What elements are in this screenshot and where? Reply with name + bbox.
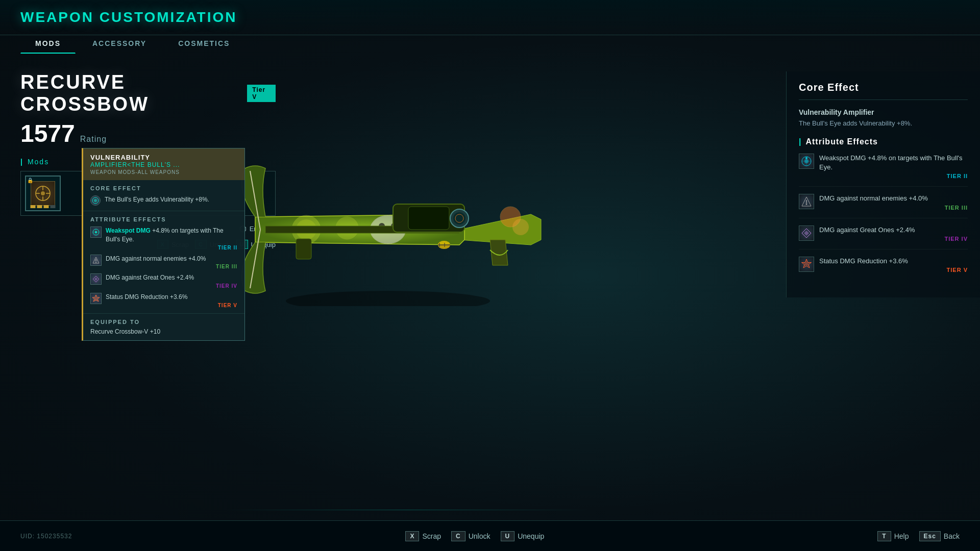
equipped-label: EQUIPPED TO [90,319,237,325]
svg-rect-38 [296,239,311,259]
svg-point-39 [286,291,490,306]
attr-icon-4 [799,257,814,272]
effect-row-2: DMG against normal enemies +4.0% TIER II… [90,255,237,270]
back-button[interactable]: Esc Back [919,531,960,541]
equipped-section: EQUIPPED TO Recurve Crossbow-V +10 [83,314,244,340]
svg-point-15 [95,262,96,263]
help-back: T Help Esc Back [877,531,960,541]
core-effect-section: CORE EFFECT The Bull's Eye adds Vulnerab… [83,180,244,211]
attribute-effects-section: ATTRIBUTE EFFECTS Weakspot DMG +4.8% on … [83,211,244,314]
right-panel: Core Effect Vulnerability Amplifier The … [786,71,980,297]
unlock-button-bottom[interactable]: C Unlock [451,531,490,541]
tier-label-1: TIER II [106,245,237,251]
effect-content-3: DMG against Great Ones +2.4% TIER IV [106,273,237,289]
attr-tier-1: TIER II [819,173,968,179]
tooltip-title-main: VULNERABILITY [90,154,237,161]
attribute-effects-label: ATTRIBUTE EFFECTS [90,216,237,222]
weapon-name-row: RECURVE CROSSBOW Tier V [20,71,276,115]
effect-row-4: Status DMG Reduction +3.6% TIER V [90,293,237,308]
attr-row-1: Weakspot DMG +4.8% on targets with The B… [799,154,968,187]
tooltip-tag: WEAPON MODS-ALL WEAPONS [90,169,237,175]
mod-icon-inner [31,181,55,206]
uid-text: UID: 150235532 [20,533,72,540]
attr-content-1: Weakspot DMG +4.8% on targets with The B… [819,154,968,179]
attr-effects-title: Attribute Effects [799,137,968,146]
effect-content-1: Weakspot DMG +4.8% on targets with The B… [106,227,237,251]
bottom-actions: X Scrap C Unlock U Unequip [405,531,544,541]
attr-icon-3 [799,226,814,241]
help-key: T [877,531,891,541]
page-title: WEAPON CUSTOMIZATION [20,9,960,26]
equipped-weapon: Recurve Crossbow-V +10 [90,328,237,335]
lock-icon: 🔒 [27,178,33,183]
core-effect-label: CORE EFFECT [90,185,237,191]
tier-label-2: TIER III [106,264,237,269]
attr-content-4: Status DMG Reduction +3.6% TIER V [819,257,968,273]
attr-text-1: Weakspot DMG +4.8% on targets with The B… [819,154,968,172]
svg-rect-28 [408,207,449,230]
tab-accessory[interactable]: ACCESSORY [78,35,161,54]
rating-label: Rating [80,135,107,144]
tab-mods[interactable]: MODS [20,35,76,54]
effect-text-1: Weakspot DMG +4.8% on targets with The B… [106,227,237,244]
scrap-label: Scrap [422,532,441,540]
attr-content-3: DMG against Great Ones +2.4% TIER IV [819,226,968,242]
svg-marker-17 [93,296,99,301]
tier-label-3: TIER IV [106,283,237,289]
rating-number: 1577 [20,119,75,147]
mod-icon-box: 🔒 [25,176,61,211]
effect-text-2: DMG against normal enemies +4.0% [106,255,237,263]
core-effect-title: Core Effect [799,82,968,100]
core-effect-desc: The Bull's Eye adds Vulnerability +8%. [799,119,968,127]
tier-label-4: TIER V [106,303,237,308]
tier-badge: Tier V [247,85,276,102]
back-key: Esc [919,531,941,541]
effect-row-1: Weakspot DMG +4.8% on targets with The B… [90,227,237,251]
attr-row-2: DMG against normal enemies +4.0% TIER II… [799,194,968,218]
attr-row-4: Status DMG Reduction +3.6% TIER V [799,257,968,280]
svg-point-44 [805,157,807,159]
effect-row-3: DMG against Great Ones +2.4% TIER IV [90,273,237,289]
effect-icon-3 [90,273,102,285]
svg-point-2 [41,191,45,195]
attr-text-2: DMG against normal enemies +4.0% [819,194,968,203]
core-effect-name: Vulnerability Amplifier [799,108,968,116]
header: WEAPON CUSTOMIZATION [0,0,980,35]
effect-icon-2 [90,255,102,266]
weapon-name: RECURVE CROSSBOW [20,71,240,115]
crossbow-svg [214,128,561,306]
bottom-bar: UID: 150235532 X Scrap C Unlock U Unequi… [0,520,980,551]
svg-point-47 [806,204,807,205]
attr-tier-3: TIER IV [819,236,968,242]
unequip-button-bottom[interactable]: U Unequip [501,531,545,541]
unlock-key: C [451,531,465,541]
attr-icon-1 [799,154,814,169]
weapon-display [214,128,561,306]
svg-point-8 [94,199,97,202]
attr-tier-2: TIER III [819,205,968,211]
tab-cosmetics[interactable]: COSMETICS [163,35,244,54]
tab-bar: MODS ACCESSORY COSMETICS [20,35,244,54]
effect-content-4: Status DMG Reduction +3.6% TIER V [106,293,237,308]
scrap-key: X [405,531,419,541]
attr-tier-4: TIER V [819,267,968,273]
unequip-label: Unequip [518,532,544,540]
effect-icon-4 [90,293,102,304]
unlock-label: Unlock [469,532,491,540]
help-label: Help [894,532,909,540]
teal-line [225,510,592,510]
unequip-key: U [501,531,515,541]
mod-pip-row [31,205,56,208]
tooltip-header: VULNERABILITY AMPLIFIER<THE BULL'S ... W… [83,148,244,180]
attr-text-3: DMG against Great Ones +2.4% [819,226,968,235]
tooltip-title-sub: AMPLIFIER<THE BULL'S ... [90,161,237,168]
attr-text-4: Status DMG Reduction +3.6% [819,257,968,266]
attr-icon-2 [799,194,814,209]
svg-point-33 [512,219,529,235]
help-button[interactable]: T Help [877,531,909,541]
effect-content-2: DMG against normal enemies +4.0% TIER II… [106,255,237,270]
scrap-button-bottom[interactable]: X Scrap [405,531,441,541]
tooltip-panel: VULNERABILITY AMPLIFIER<THE BULL'S ... W… [82,148,245,341]
core-effect-icon [90,195,101,206]
effect-text-4: Status DMG Reduction +3.6% [106,293,237,302]
